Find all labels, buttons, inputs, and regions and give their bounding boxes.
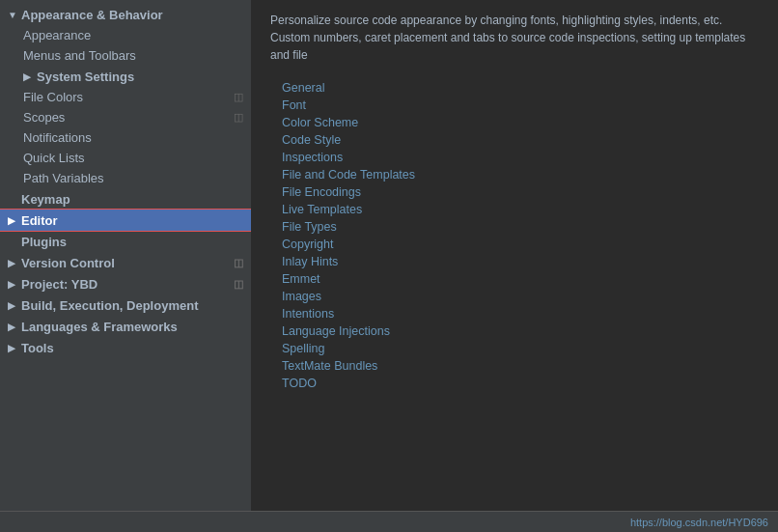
sidebar-item-scopes[interactable]: Scopes ◫ xyxy=(0,107,251,127)
main-container: Appearance & Behavior Appearance Menus a… xyxy=(0,0,778,511)
bottom-bar-url: https://blog.csdn.net/HYD696 xyxy=(630,517,768,528)
content-link[interactable]: Font xyxy=(270,97,759,114)
sidebar: Appearance & Behavior Appearance Menus a… xyxy=(0,0,251,511)
triangle-icon xyxy=(8,279,17,290)
content-link[interactable]: TextMate Bundles xyxy=(270,357,759,375)
file-colors-icon: ◫ xyxy=(234,91,243,103)
triangle-icon xyxy=(8,10,17,20)
content-link[interactable]: Copyright xyxy=(270,236,759,253)
version-control-icon: ◫ xyxy=(234,257,243,269)
content-link[interactable]: Language Injections xyxy=(270,322,759,340)
sidebar-item-notifications[interactable]: Notifications xyxy=(0,127,251,148)
sidebar-item-system-settings[interactable]: System Settings xyxy=(0,66,251,87)
content-link[interactable]: File Types xyxy=(270,218,759,236)
sidebar-item-label: Build, Execution, Deployment xyxy=(21,298,198,313)
scopes-icon: ◫ xyxy=(234,111,243,124)
sidebar-item-label: Notifications xyxy=(23,130,92,145)
bottom-bar: https://blog.csdn.net/HYD696 xyxy=(0,511,778,532)
sidebar-item-editor[interactable]: Editor xyxy=(0,210,251,231)
sidebar-item-quick-lists[interactable]: Quick Lists xyxy=(0,148,251,168)
sidebar-item-version-control[interactable]: Version Control ◫ xyxy=(0,252,251,273)
sidebar-item-file-colors[interactable]: File Colors ◫ xyxy=(0,87,251,107)
triangle-icon xyxy=(8,300,17,311)
sidebar-item-label: Appearance xyxy=(23,28,91,42)
triangle-icon xyxy=(8,215,17,226)
sidebar-item-label: Version Control xyxy=(21,256,115,270)
sidebar-item-label: Tools xyxy=(21,341,54,355)
triangle-icon xyxy=(8,322,17,332)
sidebar-item-label: File Colors xyxy=(23,90,83,104)
sidebar-item-label: Project: YBD xyxy=(21,277,97,292)
content-link[interactable]: Images xyxy=(270,288,759,305)
content-link[interactable]: General xyxy=(270,79,759,97)
sidebar-item-plugins[interactable]: Plugins xyxy=(0,231,251,252)
sidebar-item-label: Keymap xyxy=(21,192,70,207)
sidebar-label: Appearance & Behavior xyxy=(21,8,163,22)
sidebar-item-label: Quick Lists xyxy=(23,151,85,165)
triangle-icon xyxy=(8,258,17,268)
content-link[interactable]: TODO xyxy=(270,375,759,392)
content-description: Personalize source code appearance by ch… xyxy=(270,12,759,64)
content-link[interactable]: Emmet xyxy=(270,270,759,288)
content-links-list: GeneralFontColor SchemeCode StyleInspect… xyxy=(270,79,759,392)
triangle-icon xyxy=(23,71,33,82)
content-link[interactable]: Intentions xyxy=(270,305,759,322)
sidebar-item-label: Path Variables xyxy=(23,171,104,185)
content-link[interactable]: Color Scheme xyxy=(270,114,759,131)
sidebar-item-languages-frameworks[interactable]: Languages & Frameworks xyxy=(0,316,251,337)
triangle-icon xyxy=(8,343,17,353)
sidebar-item-label: Plugins xyxy=(21,235,67,249)
content-area: Personalize source code appearance by ch… xyxy=(251,0,778,511)
sidebar-item-label: Scopes xyxy=(23,110,65,125)
content-link[interactable]: File Encodings xyxy=(270,183,759,201)
sidebar-item-label: Editor xyxy=(21,213,58,228)
sidebar-item-project-ybd[interactable]: Project: YBD ◫ xyxy=(0,273,251,294)
content-link[interactable]: Spelling xyxy=(270,340,759,357)
content-link[interactable]: Code Style xyxy=(270,131,759,149)
content-link[interactable]: Inspections xyxy=(270,149,759,166)
content-link[interactable]: Inlay Hints xyxy=(270,253,759,270)
content-link[interactable]: File and Code Templates xyxy=(270,166,759,183)
project-icon: ◫ xyxy=(234,278,243,291)
sidebar-item-label: System Settings xyxy=(37,70,134,84)
sidebar-item-appearance-behavior[interactable]: Appearance & Behavior xyxy=(0,4,251,25)
sidebar-item-label: Menus and Toolbars xyxy=(23,48,136,63)
content-link[interactable]: Live Templates xyxy=(270,201,759,218)
sidebar-item-path-variables[interactable]: Path Variables xyxy=(0,168,251,188)
sidebar-item-appearance[interactable]: Appearance xyxy=(0,25,251,45)
sidebar-item-tools[interactable]: Tools xyxy=(0,337,251,358)
sidebar-item-keymap[interactable]: Keymap xyxy=(0,188,251,210)
sidebar-item-label: Languages & Frameworks xyxy=(21,320,178,334)
sidebar-item-menus-toolbars[interactable]: Menus and Toolbars xyxy=(0,45,251,66)
sidebar-item-build-exec-deploy[interactable]: Build, Execution, Deployment xyxy=(0,294,251,316)
